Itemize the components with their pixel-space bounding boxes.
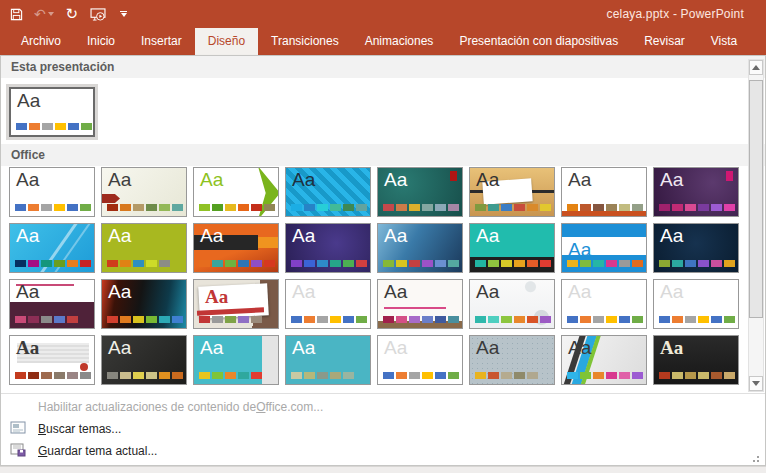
- theme-thumbnail[interactable]: Aa: [285, 279, 371, 329]
- theme-thumbnail[interactable]: Aa: [285, 223, 371, 273]
- current-theme-selected[interactable]: Aa: [6, 84, 98, 140]
- theme-thumbnail[interactable]: Aa: [561, 335, 647, 385]
- theme-thumbnail[interactable]: Aa: [9, 335, 95, 385]
- theme-aa-sample: Aa: [384, 168, 407, 192]
- theme-color-chips: [107, 260, 170, 267]
- theme-thumbnail[interactable]: Aa: [653, 335, 739, 385]
- theme-thumbnail[interactable]: Aa: [101, 279, 187, 329]
- tab-archivo[interactable]: Archivo: [8, 28, 74, 55]
- resize-grip[interactable]: [751, 454, 759, 462]
- theme-color-chips: [107, 372, 183, 379]
- theme-thumbnail[interactable]: Aa: [377, 335, 463, 385]
- theme-thumbnail[interactable]: Aa: [193, 335, 279, 385]
- bottom-strip: [0, 466, 766, 473]
- theme-aa-sample: Aa: [108, 280, 131, 304]
- theme-color-chips: [475, 260, 551, 267]
- themes-gallery-dropdown: Esta presentación Aa Office AaAaAaAaAaAa…: [0, 55, 766, 466]
- theme-thumbnail[interactable]: Aa: [101, 167, 187, 217]
- theme-thumbnail[interactable]: Aa: [285, 167, 371, 217]
- theme-thumbnail[interactable]: Aa: [377, 279, 463, 329]
- theme-aa-sample: Aa: [205, 285, 228, 309]
- theme-color-chips: [475, 316, 551, 323]
- theme-thumbnail[interactable]: Aa: [9, 279, 95, 329]
- theme-thumbnail[interactable]: Aa: [653, 279, 739, 329]
- theme-color-chips: [199, 316, 262, 323]
- theme-thumbnail[interactable]: Aa: [9, 87, 95, 137]
- current-theme-slot: Aa: [9, 87, 95, 137]
- theme-aa-sample: Aa: [568, 168, 591, 192]
- theme-color-chips: [659, 316, 735, 323]
- undo-icon[interactable]: ↶: [34, 4, 54, 24]
- theme-decor-dot: [80, 363, 88, 371]
- menu-item-browse-themes[interactable]: Buscar temas...: [1, 418, 765, 440]
- theme-thumbnail[interactable]: Aa: [193, 167, 279, 217]
- theme-aa-sample: Aa: [16, 168, 39, 192]
- scrollbar-thumb[interactable]: [749, 80, 763, 318]
- tab-presentacion-con-diapositivas[interactable]: Presentación con diapositivas: [446, 28, 631, 55]
- theme-thumbnail[interactable]: Aa: [377, 167, 463, 217]
- office-theme-grid: AaAaAaAaAaAaAaAaAaAaAaAaAaAaAaAaAaAaAaAa…: [9, 167, 739, 385]
- quick-access-toolbar: ↶ ↻: [8, 4, 132, 24]
- start-slideshow-icon[interactable]: [90, 4, 106, 24]
- theme-aa-sample: Aa: [476, 168, 499, 192]
- theme-aa-sample: Aa: [16, 224, 39, 248]
- theme-thumbnail[interactable]: Aa: [193, 279, 279, 329]
- theme-aa-sample: Aa: [292, 168, 315, 192]
- theme-thumbnail[interactable]: Aa: [9, 167, 95, 217]
- tab-vista[interactable]: Vista: [698, 28, 750, 55]
- theme-aa-sample: Aa: [476, 280, 499, 304]
- theme-aa-sample: Aa: [16, 280, 39, 304]
- redo-icon[interactable]: ↻: [64, 4, 80, 24]
- theme-color-chips: [107, 316, 183, 323]
- theme-aa-sample: Aa: [17, 89, 40, 113]
- theme-aa-sample: Aa: [476, 336, 499, 360]
- theme-color-chips: [383, 260, 459, 267]
- theme-thumbnail[interactable]: Aa: [101, 335, 187, 385]
- tab-animaciones[interactable]: Animaciones: [352, 28, 447, 55]
- theme-color-chips: [567, 372, 643, 379]
- tab-transiciones[interactable]: Transiciones: [258, 28, 352, 55]
- theme-thumbnail[interactable]: Aa: [469, 223, 555, 273]
- theme-aa-sample: Aa: [200, 336, 223, 360]
- scroll-up-icon[interactable]: [749, 60, 763, 75]
- theme-color-chips: [15, 316, 78, 323]
- theme-thumbnail[interactable]: Aa: [193, 223, 279, 273]
- tab-inicio[interactable]: Inicio: [74, 28, 128, 55]
- theme-color-chips: [659, 372, 735, 379]
- tab-revisar[interactable]: Revisar: [631, 28, 698, 55]
- theme-thumbnail[interactable]: Aa: [285, 335, 371, 385]
- theme-thumbnail[interactable]: Aa: [469, 335, 555, 385]
- theme-aa-sample: Aa: [16, 336, 39, 360]
- theme-thumbnail[interactable]: Aa: [377, 223, 463, 273]
- menu-item-save-current-theme[interactable]: Guardar tema actual...: [1, 440, 765, 462]
- theme-aa-sample: Aa: [660, 168, 683, 192]
- theme-aa-sample: Aa: [292, 224, 315, 248]
- theme-decor-corner: [726, 171, 733, 181]
- theme-thumbnail[interactable]: Aa: [561, 279, 647, 329]
- ribbon-tab-bar: Archivo Inicio Insertar Diseño Transicio…: [0, 28, 766, 55]
- theme-thumbnail[interactable]: Aa: [9, 223, 95, 273]
- theme-aa-sample: Aa: [108, 168, 131, 192]
- theme-aa-sample: Aa: [660, 224, 683, 248]
- theme-aa-sample: Aa: [108, 224, 131, 248]
- tab-insertar[interactable]: Insertar: [128, 28, 195, 55]
- theme-thumbnail[interactable]: Aa: [469, 279, 555, 329]
- theme-thumbnail[interactable]: Aa: [101, 223, 187, 273]
- theme-thumbnail[interactable]: Aa: [469, 167, 555, 217]
- theme-color-chips: [199, 372, 262, 379]
- tab-diseno[interactable]: Diseño: [195, 28, 258, 55]
- theme-thumbnail[interactable]: Aa: [561, 223, 647, 273]
- gallery-scrollbar[interactable]: [748, 59, 764, 392]
- theme-thumbnail[interactable]: Aa: [653, 167, 739, 217]
- theme-thumbnail[interactable]: Aa: [653, 223, 739, 273]
- customize-qat-icon[interactable]: [116, 4, 132, 24]
- theme-color-chips: [567, 204, 643, 211]
- theme-color-chips: [659, 204, 735, 211]
- scroll-down-icon[interactable]: [749, 376, 763, 391]
- theme-aa-sample: Aa: [660, 336, 683, 360]
- theme-aa-sample: Aa: [384, 280, 407, 304]
- theme-thumbnail[interactable]: Aa: [561, 167, 647, 217]
- theme-color-chips: [383, 316, 459, 323]
- save-icon[interactable]: [8, 4, 24, 24]
- theme-color-chips: [15, 260, 91, 267]
